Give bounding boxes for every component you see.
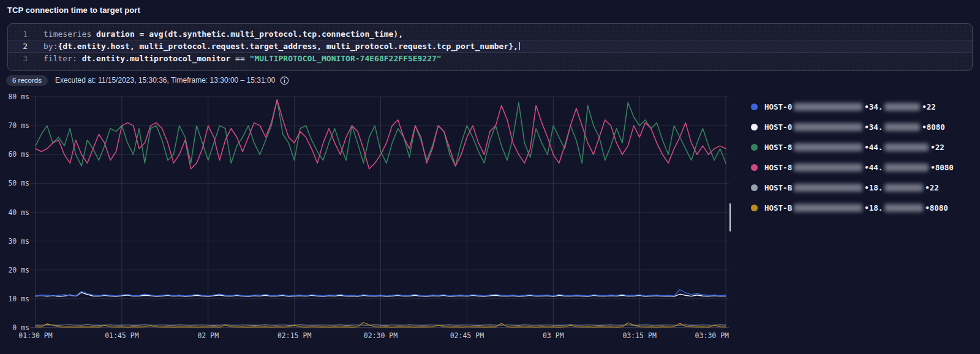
legend-ip-prefix-label: •18.	[864, 203, 883, 213]
redacted-hostname-blur	[794, 204, 862, 212]
legend-item[interactable]: HOST-0•34.•22	[751, 102, 936, 111]
query-code-text: by:{dt.entity.host, multi_protocol.reque…	[36, 40, 520, 52]
legend-series-dot-icon	[751, 144, 758, 151]
legend-port-label: •22	[930, 143, 944, 152]
y-axis-tick-label: 40 ms	[8, 208, 29, 217]
redacted-hostname-blur	[794, 103, 862, 111]
legend-port-label: •8080	[930, 163, 954, 172]
y-axis-tick-label: 80 ms	[8, 92, 29, 101]
line-number: 2	[8, 40, 36, 52]
legend-series-dot-icon	[751, 184, 758, 191]
x-axis-tick-label: 02:45 PM	[450, 331, 484, 340]
query-line[interactable]: 3filter: dt.entity.multiprotocol_monitor…	[8, 53, 972, 64]
chart-canvas[interactable]: 0 ms10 ms20 ms30 ms40 ms50 ms60 ms70 ms8…	[0, 89, 741, 354]
redacted-hostname-blur	[794, 164, 862, 171]
legend-ip-prefix-label: •44.	[864, 163, 883, 172]
x-axis-tick-label: 03:30 PM	[695, 331, 729, 340]
x-axis-tick-label: 02:30 PM	[364, 331, 398, 340]
legend-series-dot-icon	[751, 164, 758, 171]
legend-ip-prefix-label: •44.	[864, 143, 883, 152]
timeseries-chart: 0 ms10 ms20 ms30 ms40 ms50 ms60 ms70 ms8…	[0, 89, 980, 354]
legend-series-dot-icon	[751, 124, 758, 130]
y-axis-tick-label: 0 ms	[12, 323, 29, 332]
x-axis-tick-label: 03 PM	[543, 331, 564, 340]
result-meta-bar: 6 records Executed at: 11/15/2023, 15:30…	[6, 74, 289, 86]
query-code-text: timeseries duration = avg(dt.synthetic.m…	[36, 28, 403, 40]
info-icon[interactable]	[280, 76, 289, 85]
legend-port-label: •22	[922, 102, 936, 111]
legend-item[interactable]: HOST-B•18.•22	[751, 183, 939, 192]
redacted-ip-blur	[884, 164, 929, 171]
redacted-hostname-blur	[794, 123, 862, 131]
legend-port-label: •8080	[925, 203, 948, 213]
legend-ip-prefix-label: •18.	[864, 183, 883, 192]
legend-ip-prefix-label: •34.	[864, 122, 883, 132]
line-number: 3	[8, 53, 36, 64]
y-axis-tick-label: 20 ms	[8, 266, 29, 274]
legend-item[interactable]: HOST-0•34.•8080	[751, 122, 945, 132]
legend-host-label: HOST-B	[764, 203, 792, 213]
legend-host-label: HOST-8	[764, 143, 792, 152]
query-editor[interactable]: 1timeseries duration = avg(dt.synthetic.…	[7, 23, 973, 71]
x-axis-tick-label: 02 PM	[197, 331, 219, 340]
y-axis-tick-label: 50 ms	[8, 179, 29, 187]
x-axis-tick-label: 01:30 PM	[18, 331, 52, 340]
records-count-badge: 6 records	[6, 75, 48, 86]
y-axis-tick-label: 30 ms	[8, 237, 29, 246]
legend-port-label: •22	[925, 183, 939, 192]
redacted-hostname-blur	[794, 184, 862, 192]
redacted-ip-blur	[884, 143, 929, 151]
legend-ip-prefix-label: •34.	[864, 102, 883, 111]
redacted-hostname-blur	[794, 143, 862, 151]
y-axis-tick-label: 10 ms	[8, 295, 29, 303]
legend-host-label: HOST-0	[764, 122, 792, 132]
execution-info: Executed at: 11/15/2023, 15:30:36, Timef…	[55, 76, 275, 85]
legend-series-dot-icon	[751, 205, 758, 211]
x-axis-tick-label: 01:45 PM	[105, 331, 138, 340]
line-number: 1	[8, 28, 36, 40]
query-line[interactable]: 1timeseries duration = avg(dt.synthetic.…	[8, 28, 972, 40]
x-axis-tick-label: 02:15 PM	[277, 331, 311, 340]
x-axis-tick-label: 03:15 PM	[622, 331, 656, 340]
query-line[interactable]: 2by:{dt.entity.host, multi_protocol.requ…	[8, 40, 972, 53]
redacted-ip-blur	[884, 123, 920, 131]
redacted-ip-blur	[884, 103, 920, 111]
page-title: TCP connection time to target port	[7, 6, 140, 15]
y-axis-tick-label: 60 ms	[8, 150, 29, 159]
redacted-ip-blur	[884, 184, 923, 192]
legend-host-label: HOST-0	[764, 102, 792, 111]
series-line[interactable]	[36, 325, 726, 325]
legend-host-label: HOST-8	[764, 163, 792, 172]
legend-item[interactable]: HOST-8•44.•8080	[751, 162, 954, 172]
legend-series-dot-icon	[751, 104, 758, 110]
redacted-ip-blur	[884, 204, 923, 212]
y-axis-tick-label: 70 ms	[8, 121, 29, 130]
legend-scrollbar[interactable]	[729, 203, 731, 232]
query-code-text: filter: dt.entity.multiprotocol_monitor …	[36, 53, 442, 64]
legend-item[interactable]: HOST-8•44.•22	[751, 142, 944, 152]
legend-item[interactable]: HOST-B•18.•8080	[751, 203, 948, 213]
tcp-connection-panel: TCP connection time to target port 1time…	[0, 0, 980, 354]
text-cursor	[519, 42, 520, 50]
legend-port-label: •8080	[922, 122, 945, 132]
legend-host-label: HOST-B	[764, 183, 792, 192]
